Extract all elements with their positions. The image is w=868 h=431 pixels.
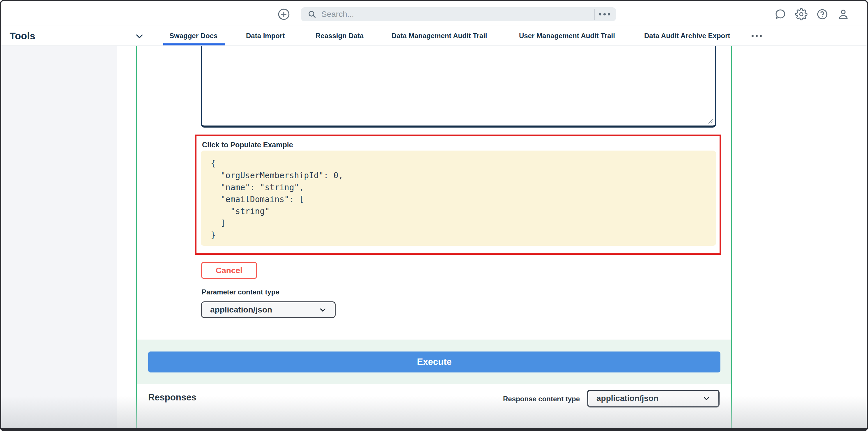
right-guide-line [731, 46, 732, 429]
magnifier-icon [307, 9, 317, 19]
tab-reassign-data[interactable]: Reassign Data [315, 26, 364, 46]
request-body-textarea[interactable] [201, 46, 716, 127]
search-bar[interactable] [301, 7, 616, 21]
gear-icon[interactable] [795, 8, 807, 20]
tab-data-import[interactable]: Data Import [246, 26, 285, 46]
response-content-type-select[interactable]: application/json [587, 390, 719, 407]
tab-user-management-audit-trail[interactable]: User Management Audit Trail [519, 26, 615, 46]
chevron-down-icon [318, 306, 327, 314]
parameter-content-type-select[interactable]: application/json [201, 301, 336, 318]
tools-panel-header[interactable]: Tools [0, 26, 156, 46]
parameter-content-type-label: Parameter content type [202, 288, 279, 296]
chevron-down-icon[interactable] [134, 31, 145, 41]
tools-panel-title: Tools [10, 30, 35, 41]
response-content-type-value: application/json [596, 394, 658, 403]
active-tab-underline [163, 44, 225, 46]
help-circle-icon[interactable] [816, 8, 829, 20]
tab-data-audit-archive-export[interactable]: Data Audit Archive Export [644, 26, 730, 46]
execute-button[interactable]: Execute [148, 351, 720, 372]
user-icon[interactable] [837, 8, 849, 20]
search-divider [594, 9, 595, 20]
tab-swagger-docs[interactable]: Swagger Docs [169, 26, 217, 46]
response-content-type-label: Response content type [498, 395, 580, 403]
tools-sidebar [0, 46, 117, 429]
chat-bubble-icon[interactable] [774, 8, 786, 20]
add-button[interactable] [277, 7, 291, 21]
cancel-button[interactable]: Cancel [201, 262, 257, 279]
top-bar [0, 0, 868, 26]
parameter-content-type-value: application/json [210, 305, 272, 315]
tabs-more-button ellipsis-icon[interactable] [751, 26, 762, 46]
search-more-button ellipsis-icon[interactable] [599, 13, 610, 16]
section-divider [148, 329, 721, 330]
top-right-icons [774, 7, 849, 21]
search-input[interactable] [321, 9, 594, 19]
left-guide-line [136, 46, 137, 429]
bottom-fade [1, 396, 867, 428]
tab-data-management-audit-trail[interactable]: Data Management Audit Trail [392, 26, 487, 46]
responses-title: Responses [148, 392, 196, 403]
populate-example-code-block[interactable]: { "orgUserMembershipId": 0, "name": "str… [201, 150, 716, 246]
tools-tab-bar: Tools Swagger Docs Data Import Reassign … [0, 26, 868, 46]
example-section-label: Click to Populate Example [202, 141, 293, 149]
plus-circle-icon [277, 7, 290, 21]
app-window: Tools Swagger Docs Data Import Reassign … [0, 0, 868, 431]
chevron-down-icon [702, 394, 711, 403]
example-json: { "orgUserMembershipId": 0, "name": "str… [201, 150, 716, 241]
